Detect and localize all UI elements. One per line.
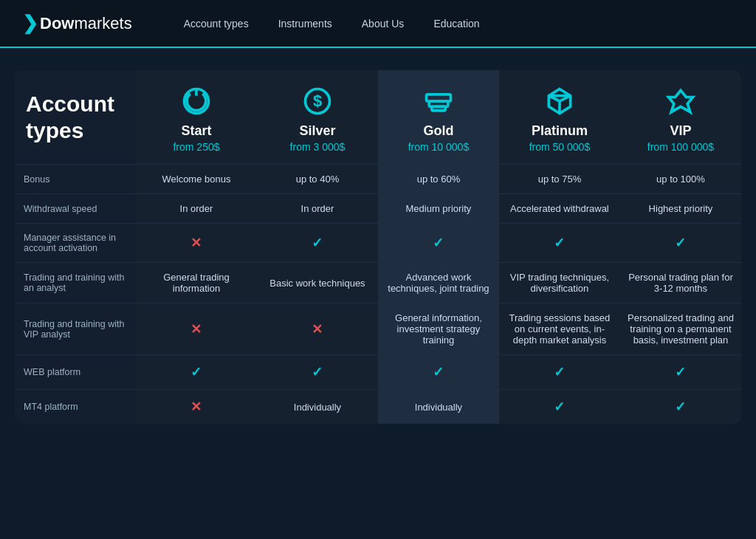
logo: ❯ Dowmarkets xyxy=(22,12,132,35)
svg-marker-12 xyxy=(668,90,693,111)
comparison-wrapper: Account types Start xyxy=(15,70,741,424)
row-cell: In order xyxy=(136,194,257,224)
row-label: WEB platform xyxy=(15,355,136,390)
silver-name: Silver xyxy=(264,123,371,139)
row-label: Trading and training with VIP analyst xyxy=(15,303,136,355)
row-cell: Personal trading plan for 3-12 months xyxy=(620,263,741,303)
nav-instruments[interactable]: Instruments xyxy=(278,15,332,32)
start-price: from 250$ xyxy=(143,141,250,153)
row-label: MT4 platform xyxy=(15,390,136,425)
logo-markets: markets xyxy=(74,14,131,33)
row-cell: up to 75% xyxy=(499,165,620,194)
vip-name: VIP xyxy=(628,123,734,139)
main-content: Account types Start xyxy=(0,48,756,446)
row-cell: ✓ xyxy=(499,224,620,263)
row-cell: ✕ xyxy=(136,390,257,425)
row-cell: Highest priority xyxy=(620,194,741,224)
cross-icon: ✕ xyxy=(312,322,323,337)
check-icon: ✓ xyxy=(554,399,565,414)
platinum-name: Platinum xyxy=(506,123,613,139)
check-icon: ✓ xyxy=(675,365,686,380)
cross-icon: ✕ xyxy=(190,399,202,414)
logo-arrow-icon: ❯ xyxy=(22,12,38,35)
row-cell: In order xyxy=(257,194,378,224)
platinum-price: from 50 000$ xyxy=(506,141,613,153)
row-cell: ✓ xyxy=(378,224,499,263)
row-cell: ✓ xyxy=(257,355,378,390)
row-cell: up to 100% xyxy=(620,165,741,194)
row-label: Withdrawal speed xyxy=(15,194,136,224)
check-icon: ✓ xyxy=(433,365,444,380)
vip-icon xyxy=(628,85,734,117)
row-cell: ✓ xyxy=(620,390,741,425)
comparison-table: Account types Start xyxy=(15,70,741,424)
table-row: Withdrawal speedIn orderIn orderMedium p… xyxy=(15,194,741,224)
check-icon: ✓ xyxy=(675,236,686,250)
row-cell: Advanced work techniques, joint trading xyxy=(378,263,499,303)
gold-name: Gold xyxy=(385,123,492,139)
check-icon: ✓ xyxy=(554,236,565,250)
silver-icon: $ xyxy=(264,85,371,117)
check-icon: ✓ xyxy=(675,399,686,414)
page-title: Account types xyxy=(26,91,125,144)
row-cell: Medium priority xyxy=(378,194,499,224)
row-cell: Welcome bonus xyxy=(136,165,257,194)
nav-education[interactable]: Education xyxy=(433,15,479,32)
row-cell: Personalized trading and training on a p… xyxy=(620,303,741,355)
plan-platinum-header: Platinum from 50 000$ xyxy=(499,70,620,165)
cross-icon: ✕ xyxy=(190,322,202,337)
nav-account-types[interactable]: Account types xyxy=(184,15,249,32)
check-icon: ✓ xyxy=(312,236,323,250)
row-cell: Accelerated withdrawal xyxy=(499,194,620,224)
row-cell: General trading information xyxy=(136,263,257,303)
row-cell: ✕ xyxy=(136,303,257,355)
svg-rect-6 xyxy=(432,106,445,111)
check-icon: ✓ xyxy=(190,365,202,380)
table-row: BonusWelcome bonusup to 40%up to 60%up t… xyxy=(15,165,741,194)
table-row: Trading and training with VIP analyst✕✕G… xyxy=(15,303,741,355)
row-cell: up to 60% xyxy=(378,165,499,194)
row-label: Trading and training with an analyst xyxy=(15,263,136,303)
check-icon: ✓ xyxy=(554,365,565,380)
cross-icon: ✕ xyxy=(190,236,202,250)
account-types-cell: Account types xyxy=(15,70,136,165)
row-cell: Individually xyxy=(378,390,499,425)
header-row: Account types Start xyxy=(15,70,741,165)
row-cell: Trading sessions based on current events… xyxy=(499,303,620,355)
row-cell: ✓ xyxy=(620,224,741,263)
row-cell: ✕ xyxy=(257,303,378,355)
table-body: BonusWelcome bonusup to 40%up to 60%up t… xyxy=(15,165,741,425)
vip-price: from 100 000$ xyxy=(628,141,734,153)
table-row: MT4 platform✕IndividuallyIndividually✓✓ xyxy=(15,390,741,425)
row-label: Manager assistance in account activation xyxy=(15,224,136,263)
plan-silver-header: $ Silver from 3 000$ xyxy=(257,70,378,165)
row-cell: VIP trading techniques, diversification xyxy=(499,263,620,303)
row-cell: Basic work techniques xyxy=(257,263,378,303)
table-row: Manager assistance in account activation… xyxy=(15,224,741,263)
row-cell: ✓ xyxy=(499,355,620,390)
row-cell: ✓ xyxy=(257,224,378,263)
gold-icon xyxy=(385,85,492,117)
logo-dow: Dow xyxy=(40,14,74,33)
svg-text:$: $ xyxy=(313,92,322,110)
row-cell: ✓ xyxy=(620,355,741,390)
table-row: Trading and training with an analystGene… xyxy=(15,263,741,303)
plan-vip-header: VIP from 100 000$ xyxy=(620,70,741,165)
row-cell: ✓ xyxy=(499,390,620,425)
row-cell: ✓ xyxy=(136,355,257,390)
gold-price: from 10 000$ xyxy=(385,141,492,153)
silver-price: from 3 000$ xyxy=(264,141,371,153)
row-cell: General information, investment strategy… xyxy=(378,303,499,355)
row-cell: ✕ xyxy=(136,224,257,263)
navigation: ❯ Dowmarkets Account types Instruments A… xyxy=(0,0,756,48)
row-cell: up to 40% xyxy=(257,165,378,194)
plan-start-header: Start from 250$ xyxy=(136,70,257,165)
table-row: WEB platform✓✓✓✓✓ xyxy=(15,355,741,390)
row-label: Bonus xyxy=(15,165,136,194)
nav-about-us[interactable]: About Us xyxy=(362,15,405,32)
row-cell: Individually xyxy=(257,390,378,425)
start-name: Start xyxy=(143,123,250,139)
platinum-icon xyxy=(506,85,613,117)
row-cell: ✓ xyxy=(378,355,499,390)
plan-gold-header: Gold from 10 000$ xyxy=(378,70,499,165)
